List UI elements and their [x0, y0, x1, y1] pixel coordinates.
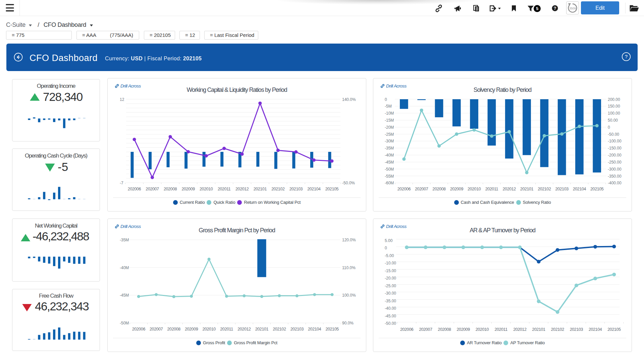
- svg-text:202011: 202011: [485, 187, 498, 191]
- svg-text:202012: 202012: [237, 327, 251, 331]
- svg-text:202012: 202012: [503, 187, 516, 191]
- svg-text:202101: 202101: [520, 187, 534, 191]
- svg-text:202007: 202007: [419, 327, 432, 332]
- svg-text:202104: 202104: [573, 187, 586, 191]
- svg-text:202105: 202105: [325, 327, 339, 331]
- svg-text:202011: 202011: [218, 187, 231, 191]
- svg-text:-400.00: -400.00: [608, 181, 622, 185]
- svg-text:202010: 202010: [476, 327, 489, 332]
- svg-text:-15M: -15M: [385, 118, 394, 123]
- svg-text:202010: 202010: [468, 187, 481, 191]
- svg-text:-50.00: -50.00: [608, 132, 619, 137]
- svg-text:3509: 3509: [569, 7, 576, 10]
- svg-text:-300.00: -300.00: [608, 167, 622, 172]
- svg-text:50.00: 50.00: [608, 118, 618, 123]
- svg-text:-5.00: -5.00: [385, 253, 394, 258]
- svg-text:0: 0: [608, 125, 610, 130]
- svg-text:202101: 202101: [255, 327, 269, 331]
- svg-text:202102: 202102: [273, 327, 286, 331]
- svg-text:-45M: -45M: [385, 160, 394, 165]
- svg-text:202102: 202102: [271, 187, 285, 191]
- svg-text:202008: 202008: [432, 187, 446, 191]
- svg-text:202011: 202011: [220, 327, 233, 331]
- svg-text:202006: 202006: [397, 187, 411, 191]
- svg-text:-30.00: -30.00: [385, 291, 396, 296]
- svg-text:202007: 202007: [415, 187, 428, 191]
- svg-text:-350.00: -350.00: [608, 174, 622, 179]
- svg-text:-10.00: -10.00: [385, 261, 396, 265]
- svg-text:100.0%: 100.0%: [342, 293, 356, 298]
- svg-text:-40M: -40M: [120, 265, 129, 270]
- svg-text:-10M: -10M: [385, 111, 394, 116]
- svg-text:202009: 202009: [185, 327, 198, 331]
- svg-text:202008: 202008: [438, 327, 451, 332]
- svg-text:200.00: 200.00: [608, 97, 620, 102]
- svg-text:150.00: 150.00: [608, 104, 620, 109]
- svg-text:202104: 202104: [308, 327, 321, 331]
- svg-text:5.00: 5.00: [385, 238, 393, 243]
- svg-text:202102: 202102: [551, 327, 565, 332]
- svg-text:202009: 202009: [181, 187, 195, 191]
- svg-text:202006: 202006: [128, 187, 141, 191]
- svg-text:202008: 202008: [164, 187, 177, 191]
- svg-text:-20.00: -20.00: [385, 276, 396, 281]
- svg-text:-50M: -50M: [120, 321, 129, 325]
- svg-text:202105: 202105: [325, 187, 339, 191]
- svg-text:202104: 202104: [307, 187, 321, 191]
- svg-text:?: ?: [554, 6, 556, 11]
- svg-text:202105: 202105: [607, 327, 621, 332]
- svg-text:202009: 202009: [450, 187, 464, 191]
- svg-text:0: 0: [385, 246, 387, 250]
- svg-text:90.0%: 90.0%: [342, 321, 354, 325]
- svg-text:202006: 202006: [400, 327, 414, 332]
- svg-text:120.0%: 120.0%: [342, 238, 356, 242]
- svg-text:0: 0: [385, 97, 387, 102]
- svg-text:202101: 202101: [532, 327, 545, 332]
- svg-text:202103: 202103: [289, 187, 303, 191]
- svg-text:202103: 202103: [570, 327, 583, 332]
- svg-text:?: ?: [625, 54, 628, 59]
- svg-text:-5M: -5M: [385, 104, 392, 109]
- svg-text:-40.00: -40.00: [385, 306, 396, 311]
- svg-text:-45.00: -45.00: [385, 314, 396, 318]
- svg-text:140.0%: 140.0%: [342, 97, 356, 102]
- svg-text:-30M: -30M: [385, 139, 394, 143]
- svg-text:-50M: -50M: [385, 167, 394, 172]
- svg-text:-7: -7: [120, 181, 123, 185]
- svg-text:202103: 202103: [555, 187, 569, 191]
- svg-text:-25.00: -25.00: [385, 284, 396, 288]
- svg-text:202012: 202012: [235, 187, 249, 191]
- svg-text:-40M: -40M: [385, 153, 394, 158]
- svg-text:-100.00: -100.00: [608, 139, 622, 143]
- svg-text:-50.00: -50.00: [385, 321, 396, 326]
- svg-text:110.0%: 110.0%: [342, 265, 356, 270]
- svg-text:-35M: -35M: [385, 146, 394, 150]
- svg-text:100.00: 100.00: [608, 111, 620, 116]
- svg-text:-200.00: -200.00: [608, 153, 622, 158]
- svg-text:202101: 202101: [254, 187, 267, 191]
- svg-text:-45M: -45M: [120, 293, 129, 298]
- svg-text:202007: 202007: [150, 327, 163, 331]
- svg-text:202006: 202006: [132, 327, 146, 331]
- svg-text:202010: 202010: [202, 327, 216, 331]
- svg-text:202011: 202011: [494, 327, 507, 332]
- svg-text:202102: 202102: [538, 187, 551, 191]
- svg-text:202012: 202012: [513, 327, 527, 332]
- svg-text:202010: 202010: [200, 187, 213, 191]
- svg-text:-35.00: -35.00: [385, 299, 396, 303]
- svg-text:202009: 202009: [457, 327, 470, 332]
- svg-text:-55M: -55M: [385, 174, 394, 179]
- svg-text:-35M: -35M: [120, 238, 129, 242]
- svg-text:-20M: -20M: [385, 125, 394, 130]
- svg-text:202104: 202104: [589, 327, 602, 332]
- svg-text:-25M: -25M: [385, 132, 394, 137]
- svg-text:-250.00: -250.00: [608, 160, 622, 165]
- svg-text:-15.00: -15.00: [385, 268, 396, 273]
- svg-text:202105: 202105: [590, 187, 604, 191]
- svg-text:-150.00: -150.00: [608, 146, 622, 150]
- svg-text:-50.0%: -50.0%: [342, 181, 355, 185]
- svg-text:202103: 202103: [290, 327, 304, 331]
- svg-text:202008: 202008: [167, 327, 181, 331]
- svg-text:202007: 202007: [146, 187, 159, 191]
- svg-text:-60M: -60M: [385, 181, 394, 185]
